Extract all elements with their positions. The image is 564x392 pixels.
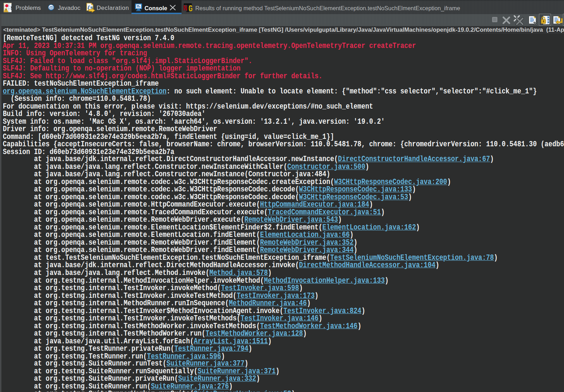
svg-text:@: @ bbox=[49, 5, 53, 10]
svg-text:G: G bbox=[189, 4, 192, 12]
